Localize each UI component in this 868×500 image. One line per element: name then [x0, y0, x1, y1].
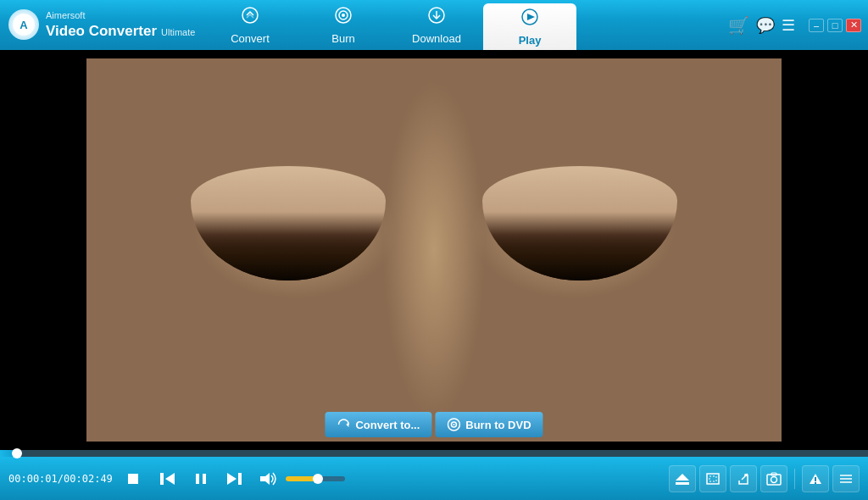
title-bar: A Aimersoft Video Converter Ultimate Con… — [0, 0, 868, 50]
convert-to-button[interactable]: Convert to... — [325, 412, 431, 437]
burn-to-dvd-icon — [447, 418, 460, 431]
controls-bar: 00:00:01/00:02:49 — [0, 457, 868, 500]
burn-to-dvd-label: Burn to DVD — [465, 419, 531, 431]
tab-download[interactable]: Download — [390, 0, 483, 50]
tab-convert-label: Convert — [231, 32, 270, 45]
playlist-button[interactable] — [832, 465, 860, 492]
close-button[interactable]: ✕ — [846, 19, 861, 32]
next-icon — [226, 471, 243, 486]
app-logo-icon: A — [8, 9, 39, 40]
video-area: Convert to... Burn to DVD — [0, 50, 868, 450]
convert-tab-icon — [241, 6, 259, 29]
app-name: Aimersoft Video Converter Ultimate — [46, 9, 195, 40]
stop-icon — [125, 471, 141, 486]
time-total: 00:02:49 — [64, 473, 113, 485]
tab-convert[interactable]: Convert — [203, 0, 297, 50]
previous-icon — [159, 471, 175, 486]
svg-marker-22 — [676, 474, 689, 481]
play-tab-icon — [520, 8, 539, 31]
previous-button[interactable] — [153, 465, 181, 492]
volume-thumb[interactable] — [313, 474, 323, 484]
more-options-icon — [808, 472, 823, 486]
eject-icon — [675, 472, 690, 486]
time-current: 00:00:01 — [8, 473, 58, 485]
eject-button[interactable] — [669, 465, 696, 492]
app-logo: A Aimersoft Video Converter Ultimate — [0, 9, 203, 40]
video-content — [86, 58, 782, 442]
snapshot-button[interactable] — [760, 465, 787, 492]
svg-marker-19 — [227, 473, 236, 485]
svg-rect-20 — [238, 473, 242, 485]
video-frame: Convert to... Burn to DVD — [0, 50, 868, 450]
svg-rect-23 — [676, 482, 689, 485]
menu-icon[interactable]: ☰ — [782, 16, 795, 35]
share-icon — [736, 472, 751, 486]
eye-left-lashes — [191, 235, 386, 281]
convert-to-icon — [337, 418, 350, 431]
controls-separator — [794, 469, 795, 489]
cart-icon[interactable]: 🛒 — [728, 15, 749, 36]
next-button[interactable] — [221, 465, 248, 492]
more-options-button[interactable] — [802, 465, 829, 492]
volume-slider[interactable] — [286, 476, 345, 481]
svg-rect-32 — [815, 477, 816, 481]
tab-play-label: Play — [519, 34, 542, 47]
svg-rect-25 — [709, 476, 716, 481]
eye-right — [482, 166, 677, 281]
volume-area — [255, 465, 345, 492]
svg-marker-15 — [165, 473, 175, 485]
pause-icon — [193, 471, 209, 486]
svg-point-13 — [453, 424, 454, 425]
playlist-icon — [838, 472, 854, 486]
burn-to-dvd-button[interactable]: Burn to DVD — [435, 412, 542, 437]
svg-rect-16 — [160, 473, 164, 485]
progress-bar[interactable] — [0, 450, 868, 457]
svg-rect-14 — [128, 474, 138, 484]
tab-burn-label: Burn — [331, 32, 354, 45]
share-button[interactable] — [730, 465, 757, 492]
svg-rect-33 — [815, 482, 816, 484]
time-display: 00:00:01/00:02:49 — [8, 473, 113, 485]
tab-play[interactable]: Play — [483, 3, 576, 50]
volume-button[interactable] — [255, 465, 282, 492]
eye-right-lashes — [482, 235, 677, 281]
svg-rect-18 — [203, 474, 206, 484]
toolbar-icons: 🛒 💬 ☰ — [728, 15, 809, 36]
volume-icon — [259, 471, 278, 486]
tab-download-label: Download — [412, 32, 461, 45]
crop-icon — [705, 472, 721, 486]
window-controls: – □ ✕ — [809, 19, 868, 32]
convert-to-label: Convert to... — [355, 419, 420, 431]
app-title: Video Converter Ultimate — [46, 22, 195, 41]
burn-tab-icon — [334, 6, 353, 29]
maximize-button[interactable]: □ — [827, 19, 843, 32]
svg-marker-21 — [260, 473, 270, 485]
stop-button[interactable] — [120, 465, 147, 492]
svg-text:A: A — [19, 19, 28, 31]
svg-rect-17 — [196, 474, 199, 484]
svg-point-5 — [342, 14, 345, 17]
download-tab-icon — [427, 6, 446, 29]
nav-tabs: Convert Burn Download — [203, 0, 728, 50]
video-overlay-buttons: Convert to... Burn to DVD — [325, 412, 542, 437]
snapshot-icon — [766, 472, 782, 486]
svg-point-29 — [771, 476, 777, 482]
svg-marker-10 — [346, 422, 348, 427]
tab-burn[interactable]: Burn — [297, 0, 390, 50]
svg-rect-24 — [707, 474, 719, 484]
minimize-button[interactable]: – — [809, 19, 824, 32]
right-controls — [669, 465, 860, 492]
app-brand: Aimersoft — [46, 9, 195, 21]
svg-marker-9 — [527, 14, 535, 20]
chat-icon[interactable]: 💬 — [756, 16, 775, 35]
crop-button[interactable] — [699, 465, 726, 492]
eye-left — [191, 166, 386, 281]
pause-button[interactable] — [187, 465, 214, 492]
